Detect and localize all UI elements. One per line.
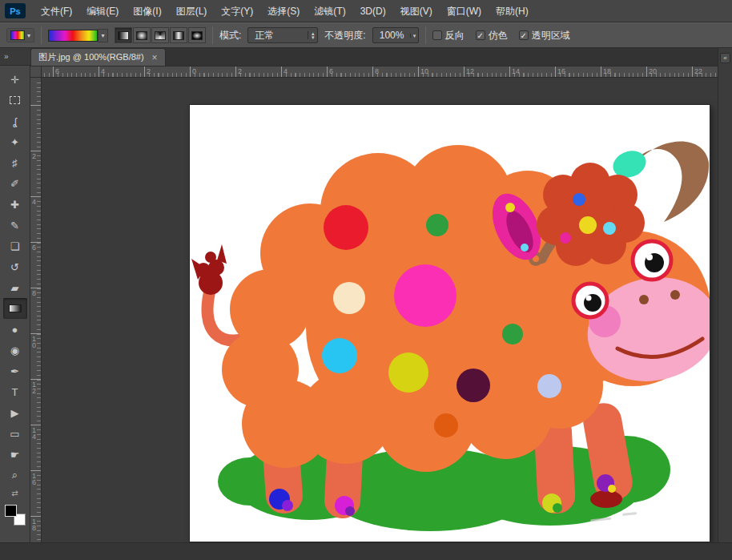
menu-item-edit[interactable]: 编辑(E) [79,0,126,22]
h-ruler-number: 10 [420,67,428,75]
h-ruler-number: 4 [101,67,105,75]
document-tab[interactable]: 图片.jpg @ 100%(RGB/8#) × [30,48,166,66]
status-bar [0,542,732,560]
rectangular-marquee-tool[interactable] [3,90,27,111]
foreground-color-swatch[interactable] [5,505,17,517]
menu-item-image[interactable]: 图像(I) [126,0,168,22]
linear-gradient-button[interactable] [115,27,132,43]
vertical-ruler[interactable]: 2468101214161820 [30,78,42,542]
checkbox-reverse-box[interactable] [432,30,442,40]
mode-label: 模式: [219,29,241,42]
history-brush-tool[interactable]: ↺ [3,256,27,277]
expand-panels-button[interactable]: « [720,53,730,63]
separator [212,26,213,44]
horizontal-ruler[interactable]: 6420246810121416182022 [42,66,718,78]
zoom-tool[interactable]: ⌕ [3,465,27,485]
checkbox-transparency[interactable]: ✓透明区域 [519,29,570,42]
gradient-tool[interactable] [3,298,27,319]
menu-item-type[interactable]: 文字(Y) [214,0,260,22]
h-ruler-number: 22 [694,67,702,75]
angle-gradient-icon [155,31,166,40]
menu-item-filter[interactable]: 滤镜(T) [307,0,352,22]
tool-preset-picker[interactable]: ▾ [6,28,34,42]
v-ruler-number: 4 [32,199,38,205]
rectangle-tool[interactable]: ▭ [3,423,27,444]
rectangle-tool-icon: ▭ [10,428,19,440]
v-ruler-number: 14 [32,427,38,440]
document-tab-bar: 图片.jpg @ 100%(RGB/8#) × [30,48,718,66]
color-swatches[interactable] [3,503,27,527]
blur-tool[interactable]: ● [3,319,27,340]
brush-tool[interactable]: ✎ [3,215,27,236]
menu-item-view[interactable]: 视图(V) [393,0,440,22]
brush-tool-icon: ✎ [10,220,19,232]
reflected-gradient-button[interactable] [170,27,187,43]
editor-area: 图片.jpg @ 100%(RGB/8#) × 6420246810121416… [30,48,718,542]
crop-tool-icon: ♯ [12,157,18,169]
menu-item-layer[interactable]: 图层(L) [169,0,215,22]
eraser-tool[interactable]: ▰ [3,277,27,298]
blur-tool-icon: ● [12,324,18,336]
spot-healing-brush-tool[interactable]: ✚ [3,194,27,215]
ruler-corner [30,66,42,78]
path-selection-tool[interactable]: ▶ [3,402,27,423]
dodge-tool[interactable]: ◉ [3,340,27,361]
tool-options-bar: ▾ ▾ 模式: 正常 ▴▾ 不透明度: 100% ▾ 反向✓仿色✓透明区域 [0,22,732,48]
document-canvas[interactable] [190,105,710,542]
opacity-value: 100% [373,30,411,41]
spinner-arrows-icon[interactable]: ▴▾ [308,31,317,39]
v-ruler-number: 18 [32,518,38,531]
gradient-type-buttons [115,27,206,43]
move-tool[interactable]: ✛ [3,69,27,90]
checkbox-reverse-label: 反向 [445,29,465,42]
h-ruler-number: 0 [192,67,196,75]
menu-item-select[interactable]: 选择(S) [260,0,307,22]
gradient-tool-icon [10,30,25,40]
tool-dock: » ✛ʆ✦♯✐✚✎❏↺▰●◉✒T▶▭☛⌕⇄ [0,48,30,542]
checkbox-dither-box[interactable]: ✓ [476,30,485,40]
clone-stamp-tool[interactable]: ❏ [3,236,27,256]
h-ruler-number: 2 [147,67,151,75]
checkbox-reverse[interactable]: 反向 [432,29,465,42]
menu-item-3d[interactable]: 3D(D) [353,0,393,22]
radial-gradient-icon [136,31,147,40]
linear-gradient-icon [118,31,129,40]
cartoon-yak-illustration [190,105,710,542]
dodge-tool-icon: ◉ [10,344,19,357]
radial-gradient-button[interactable] [133,27,151,43]
crop-tool[interactable]: ♯ [3,152,27,173]
lasso-tool[interactable]: ʆ [3,111,27,131]
checkbox-transparency-box[interactable]: ✓ [519,30,529,40]
canvas-area [42,78,718,542]
gradient-icon [9,304,22,312]
diamond-gradient-button[interactable] [188,27,206,43]
quick-selection-tool-icon: ✦ [10,136,19,148]
toolbar: ✛ʆ✦♯✐✚✎❏↺▰●◉✒T▶▭☛⌕⇄ [0,66,30,542]
type-tool[interactable]: T [3,381,27,402]
spot-healing-brush-tool-icon: ✚ [10,199,19,211]
pen-tool[interactable]: ✒ [3,361,27,381]
marquee-icon [10,96,20,104]
gradient-picker[interactable]: ▾ [48,29,108,42]
gradient-preview[interactable] [48,30,98,42]
eyedropper-tool[interactable]: ✐ [3,173,27,194]
angle-gradient-button[interactable] [151,27,169,43]
left-eye [573,284,607,317]
menu-item-window[interactable]: 窗口(W) [440,0,489,22]
swap-colors-icon[interactable]: ⇄ [3,485,27,500]
blend-mode-select[interactable]: 正常 ▴▾ [247,27,318,43]
opacity-select[interactable]: 100% ▾ [372,27,419,43]
v-ruler-number: 10 [32,336,38,348]
move-tool-icon: ✛ [10,74,19,86]
tab-close-button[interactable]: × [152,53,158,62]
gradient-picker-arrow[interactable]: ▾ [98,29,108,42]
chevron-down-icon[interactable]: ▾ [410,34,417,38]
hand-tool[interactable]: ☛ [3,444,27,465]
quick-selection-tool[interactable]: ✦ [3,131,27,152]
checkbox-dither[interactable]: ✓仿色 [476,29,508,42]
h-ruler-number: 8 [375,67,379,75]
menu-item-file[interactable]: 文件(F) [34,0,79,22]
v-ruler-number: 16 [32,473,38,485]
menu-item-help[interactable]: 帮助(H) [489,0,536,22]
collapse-toolbar-button[interactable]: » [4,52,9,61]
